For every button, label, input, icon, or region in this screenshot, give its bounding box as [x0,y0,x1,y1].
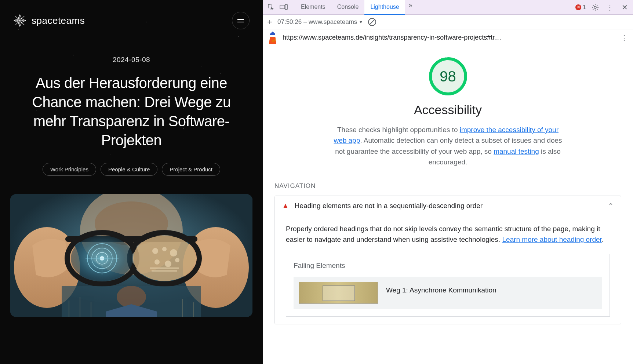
lighthouse-subbar: + 07:50:26 – www.spaceteams▼ [263,15,633,29]
failing-element-row[interactable]: Weg 1: Asynchrone Kommunikation [294,277,602,309]
error-icon: ✕ [575,4,581,10]
svg-rect-47 [271,35,274,37]
report-url: https://www.spaceteams.de/insights/trans… [283,34,615,41]
inspect-icon[interactable] [266,2,277,13]
tag-project-product[interactable]: Project & Product [162,163,220,176]
site-header: spaceteams [0,0,263,41]
audit-title: Heading elements are not in a sequential… [295,202,602,210]
svg-point-29 [162,247,167,251]
chevron-up-icon: ⌃ [608,202,614,210]
svg-point-30 [170,249,177,256]
caret-down-icon: ▼ [359,19,363,25]
website-panel: spaceteams 2024-05-08 Aus der Herausford… [0,0,263,364]
clear-icon[interactable] [368,18,376,26]
svg-line-9 [14,21,20,23]
lighthouse-content: 98 Accessibility These checks highlight … [263,46,633,364]
svg-point-46 [594,6,596,8]
hamburger-line [237,22,244,22]
tag-people-culture[interactable]: People & Culture [101,163,157,176]
svg-rect-34 [150,267,179,269]
close-icon[interactable]: ✕ [619,2,630,13]
svg-point-32 [165,261,171,267]
timestamp-text: 07:50:26 – www.spaceteams [277,18,357,26]
tag-list: Work Principles People & Culture Project… [18,163,244,176]
score-title: Accessibility [274,103,621,117]
svg-line-7 [20,21,22,26]
tab-lighthouse[interactable]: Lighthouse [364,0,405,15]
score-gauge[interactable]: 98 [428,57,468,96]
hero-image [10,194,252,317]
kebab-menu-icon[interactable]: ⋮ [604,2,615,13]
error-badge[interactable]: ✕ 1 [575,4,586,11]
section-navigation-label: NAVIGATION [274,182,621,190]
svg-line-5 [20,15,22,21]
svg-line-10 [20,18,26,21]
tab-elements[interactable]: Elements [295,0,331,15]
svg-line-4 [17,15,20,21]
svg-point-33 [175,258,179,262]
logo-text: spaceteams [32,15,85,26]
article-date: 2024-05-08 [18,56,244,64]
error-count: 1 [583,4,586,11]
audit-desc-text: . [602,236,604,243]
element-thumbnail [299,282,378,304]
svg-line-11 [20,21,26,23]
report-selector[interactable]: 07:50:26 – www.spaceteams▼ [277,18,363,26]
svg-point-31 [154,259,160,265]
devtools-tabs: Elements Console Lighthouse » [295,0,574,15]
svg-rect-35 [152,270,177,272]
article-hero: 2024-05-08 Aus der Herausforderung eine … [0,41,263,176]
fail-triangle-icon: ▲ [282,202,289,210]
settings-icon[interactable] [590,2,601,13]
hamburger-line [237,19,244,20]
svg-point-28 [152,248,158,254]
learn-more-link[interactable]: Learn more about heading order [502,236,601,243]
new-report-button[interactable]: + [267,17,272,27]
article-title: Aus der Herausforderung eine Chance mach… [18,73,244,150]
devtools-toolbar: Elements Console Lighthouse » ✕ 1 ⋮ ✕ [263,0,633,15]
tag-work-principles[interactable]: Work Principles [43,163,96,176]
manual-testing-link[interactable]: manual testing [494,148,539,155]
more-tabs-icon[interactable]: » [405,0,416,11]
score-value: 98 [428,57,468,96]
report-menu-icon[interactable]: ⋮ [621,33,628,42]
svg-line-8 [14,18,20,21]
logo-icon [13,14,26,27]
toolbar-right: ✕ 1 ⋮ ✕ [575,2,630,13]
tab-console[interactable]: Console [331,0,365,15]
score-section: 98 Accessibility These checks highlight … [274,57,621,168]
score-description: These checks highlight opportunities to … [331,124,565,168]
audit-item: ▲ Heading elements are not in a sequenti… [274,196,621,324]
devtools-panel: Elements Console Lighthouse » ✕ 1 ⋮ ✕ + … [263,0,633,364]
lighthouse-urlbar: https://www.spaceteams.de/insights/trans… [263,29,633,46]
svg-point-27 [133,236,196,281]
lighthouse-icon [268,32,277,44]
desc-text: These checks highlight opportunities to [337,126,460,134]
audit-description: Properly ordered headings that do not sk… [286,223,610,245]
svg-rect-44 [280,5,285,9]
failing-elements-box: Failing Elements Weg 1: Asynchrone Kommu… [286,254,610,317]
logo[interactable]: spaceteams [13,14,85,27]
audit-body: Properly ordered headings that do not sk… [275,216,621,324]
audit-header[interactable]: ▲ Heading elements are not in a sequenti… [275,196,621,216]
menu-button[interactable] [232,12,250,29]
device-toggle-icon[interactable] [278,2,289,13]
failing-elements-label: Failing Elements [286,254,610,277]
element-text: Weg 1: Asynchrone Kommunikation [386,282,496,295]
svg-rect-45 [285,4,287,10]
svg-line-6 [17,21,20,26]
